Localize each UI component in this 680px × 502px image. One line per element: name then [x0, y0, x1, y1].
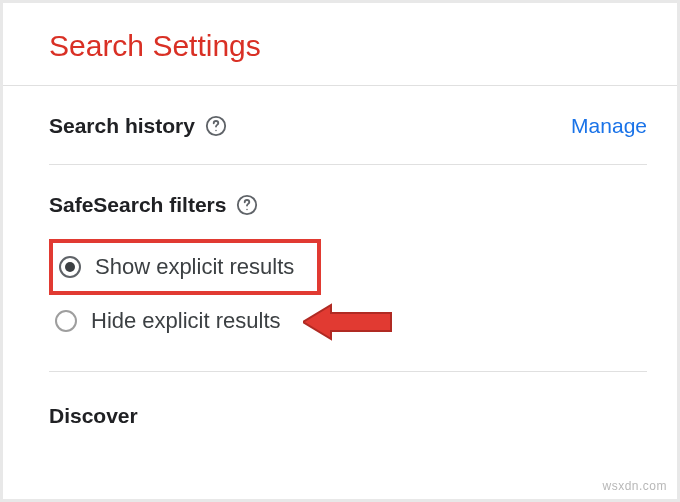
radio-icon — [55, 310, 77, 332]
radio-show-explicit[interactable]: Show explicit results — [53, 243, 317, 291]
page-title: Search Settings — [3, 3, 677, 85]
svg-point-3 — [247, 209, 248, 210]
discover-title: Discover — [49, 404, 138, 427]
watermark: wsxdn.com — [602, 479, 667, 493]
radio-icon — [59, 256, 81, 278]
radio-label: Show explicit results — [95, 254, 294, 280]
search-history-section: Search history Manage — [3, 86, 677, 164]
highlight-box: Show explicit results — [49, 239, 321, 295]
help-icon[interactable] — [236, 194, 258, 216]
radio-hide-explicit[interactable]: Hide explicit results — [49, 297, 647, 345]
manage-link[interactable]: Manage — [571, 114, 647, 138]
search-history-title: Search history — [49, 114, 195, 138]
discover-section: Discover — [3, 372, 677, 428]
svg-point-1 — [215, 130, 216, 131]
safesearch-title: SafeSearch filters — [49, 193, 226, 217]
safesearch-radio-group: Show explicit results Hide explicit resu… — [49, 235, 647, 345]
safesearch-section: SafeSearch filters Show explicit results — [3, 165, 677, 345]
radio-label: Hide explicit results — [91, 308, 281, 334]
help-icon[interactable] — [205, 115, 227, 137]
